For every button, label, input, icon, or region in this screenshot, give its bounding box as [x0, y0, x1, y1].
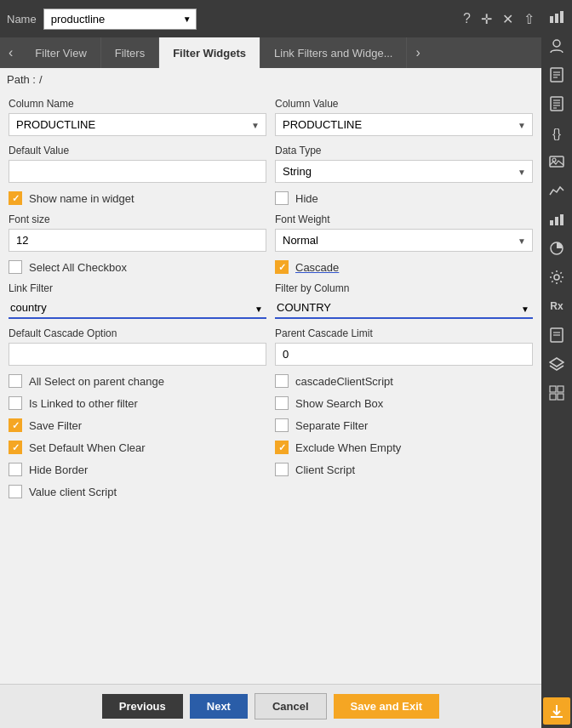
data-type-label: Data Type: [275, 145, 533, 156]
default-value-label: Default Value: [9, 145, 266, 156]
parent-cascade-input[interactable]: [275, 343, 533, 366]
link-filter-select-wrap: country ▼: [9, 298, 266, 319]
link-filter-label: Link Filter: [9, 282, 266, 294]
client-script-label: Client Script: [295, 464, 355, 476]
font-weight-select-wrap: Normal: [275, 229, 533, 252]
filter-by-col-select[interactable]: COUNTRY: [275, 298, 533, 319]
expand-icon[interactable]: ⇧: [523, 11, 535, 27]
column-name-select[interactable]: PRODUCTLINE: [9, 113, 266, 136]
hide-checkbox[interactable]: [275, 191, 289, 205]
exclude-when-empty-checkbox[interactable]: [275, 441, 289, 454]
sidebar-icon-gear[interactable]: [543, 264, 570, 291]
show-search-box-label: Show Search Box: [295, 397, 383, 410]
select-all-checkbox[interactable]: [9, 260, 22, 274]
client-script-checkbox[interactable]: [275, 463, 289, 476]
sidebar-icon-layers[interactable]: [543, 350, 570, 378]
svg-rect-1: [555, 14, 558, 23]
link-filter-select[interactable]: country: [9, 298, 266, 319]
all-select-parent-checkbox[interactable]: [9, 374, 22, 388]
save-exit-button[interactable]: Save and Exit: [334, 694, 440, 719]
sidebar-icon-download[interactable]: [543, 697, 570, 725]
show-name-label: Show name in widget: [29, 192, 134, 205]
svg-point-3: [553, 40, 560, 47]
save-filter-checkbox[interactable]: [9, 418, 22, 432]
next-button[interactable]: Next: [190, 694, 248, 719]
help-icon[interactable]: ?: [463, 11, 471, 27]
path-value: /: [39, 73, 43, 86]
exclude-when-empty-label: Exclude When Empty: [295, 441, 401, 454]
sidebar-icon-curly[interactable]: {}: [543, 119, 570, 146]
svg-point-19: [554, 275, 559, 280]
save-filter-label: Save Filter: [29, 419, 82, 432]
data-type-select[interactable]: String: [275, 160, 533, 183]
font-weight-label: Font Weight: [275, 213, 533, 225]
tab-prev-button[interactable]: ‹: [0, 37, 21, 68]
tabs-bar: ‹ Filter View Filters Filter Widgets Lin…: [0, 37, 541, 68]
svg-rect-27: [558, 394, 563, 400]
svg-rect-13: [550, 156, 563, 167]
sidebar-icon-piechart[interactable]: [543, 235, 570, 262]
sidebar-icon-doc2[interactable]: [543, 321, 570, 349]
column-value-select[interactable]: PRODUCTLINE: [275, 113, 533, 136]
bottom-bar: Previous Next Cancel Save and Exit: [0, 684, 541, 728]
form-area: Column Name PRODUCTLINE Column Value PRO…: [0, 91, 541, 684]
cancel-button[interactable]: Cancel: [255, 693, 327, 719]
svg-rect-24: [550, 386, 556, 392]
path-label: Path :: [7, 73, 36, 86]
separate-filter-checkbox[interactable]: [275, 418, 289, 432]
value-client-script-label: Value client Script: [29, 486, 117, 498]
move-icon[interactable]: ✛: [481, 11, 492, 27]
sidebar-icon-2[interactable]: [543, 32, 570, 60]
all-select-parent-label: All Select on parent change: [29, 375, 164, 388]
svg-marker-23: [550, 358, 563, 367]
path-bar: Path : /: [0, 68, 541, 91]
column-value-label: Column Value: [275, 98, 533, 110]
tab-next-button[interactable]: ›: [407, 37, 428, 68]
hide-border-label: Hide Border: [29, 464, 88, 476]
sidebar-icon-linechart[interactable]: [543, 177, 570, 204]
is-linked-checkbox[interactable]: [9, 396, 22, 410]
default-cascade-label: Default Cascade Option: [9, 327, 266, 339]
font-weight-select[interactable]: Normal: [275, 229, 533, 252]
tab-filter-view[interactable]: Filter View: [21, 37, 100, 68]
set-default-when-clear-label: Set Default When Clear: [29, 441, 146, 454]
separate-filter-label: Separate Filter: [295, 419, 368, 432]
sidebar-icon-barchart[interactable]: [543, 206, 570, 233]
parent-cascade-label: Parent Cascade Limit: [275, 327, 533, 339]
is-linked-label: Is Linked to other filter: [29, 397, 138, 410]
filter-by-col-label: Filter by Column: [275, 282, 533, 294]
default-value-input[interactable]: [9, 160, 266, 183]
svg-rect-2: [560, 11, 563, 23]
hide-border-checkbox[interactable]: [9, 463, 22, 476]
column-name-select-wrap: PRODUCTLINE: [9, 113, 266, 136]
sidebar-icon-image[interactable]: [543, 148, 570, 175]
name-select-wrap: [43, 9, 197, 30]
sidebar-icon-1[interactable]: [543, 3, 570, 31]
cascade-label: Cascade: [295, 261, 339, 274]
set-default-when-clear-checkbox[interactable]: [9, 441, 22, 454]
value-client-script-checkbox[interactable]: [9, 485, 22, 498]
cascade-client-script-label: cascadeClientScript: [295, 375, 393, 388]
previous-button[interactable]: Previous: [102, 694, 183, 719]
column-value-select-wrap: PRODUCTLINE: [275, 113, 533, 136]
sidebar-icon-3[interactable]: [543, 61, 570, 88]
cascade-client-script-checkbox[interactable]: [275, 374, 289, 388]
sidebar-icon-grid[interactable]: [543, 379, 570, 407]
sidebar-icon-4[interactable]: [543, 90, 570, 117]
show-name-checkbox[interactable]: [9, 191, 22, 205]
filter-by-col-select-wrap: COUNTRY ▼: [275, 298, 533, 319]
default-cascade-input[interactable]: [9, 343, 266, 366]
cascade-checkbox[interactable]: [275, 260, 289, 274]
name-label: Name: [7, 13, 37, 26]
tab-link-filters[interactable]: Link Filters and Widge...: [260, 37, 407, 68]
close-icon[interactable]: ✕: [502, 11, 513, 27]
name-input[interactable]: [43, 9, 197, 30]
font-size-input[interactable]: [9, 229, 266, 252]
tab-filters[interactable]: Filters: [101, 37, 159, 68]
data-type-select-wrap: String: [275, 160, 533, 183]
svg-rect-25: [558, 386, 563, 392]
tab-filter-widgets[interactable]: Filter Widgets: [159, 37, 260, 68]
sidebar-icon-rx[interactable]: Rx: [543, 293, 570, 320]
show-search-box-checkbox[interactable]: [275, 396, 289, 410]
font-size-label: Font size: [9, 213, 266, 225]
